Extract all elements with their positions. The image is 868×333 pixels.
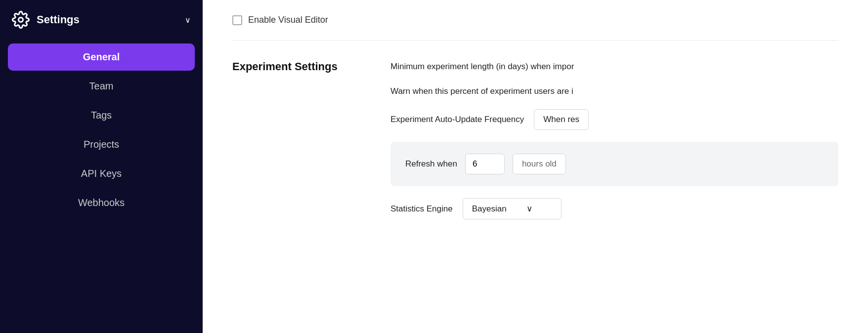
stats-chevron-icon: ∨ — [526, 204, 532, 214]
experiment-settings-label: Experiment Settings — [232, 60, 361, 73]
enable-visual-editor-label: Enable Visual Editor — [248, 15, 328, 25]
sidebar-item-api-keys[interactable]: API Keys — [8, 160, 195, 187]
warn-percent-description: Warn when this percent of experiment use… — [391, 85, 573, 98]
auto-update-label: Experiment Auto-Update Frequency — [391, 115, 524, 125]
chevron-down-icon[interactable]: ∨ — [185, 15, 191, 25]
min-experiment-description: Minimum experiment length (in days) when… — [391, 60, 574, 73]
statistics-engine-label: Statistics Engine — [391, 204, 453, 214]
statistics-engine-select[interactable]: Bayesian ∨ — [463, 198, 562, 219]
experiment-settings-fields: Minimum experiment length (in days) when… — [391, 60, 838, 219]
sidebar: Settings ∨ General Team Tags Projects AP… — [0, 0, 203, 333]
hours-old-badge: hours old — [513, 154, 566, 174]
enable-row: Enable Visual Editor — [232, 15, 838, 25]
sidebar-header: Settings ∨ — [0, 0, 203, 40]
statistics-engine-row: Statistics Engine Bayesian ∨ — [391, 198, 838, 219]
sidebar-item-general[interactable]: General — [8, 43, 195, 71]
refresh-label: Refresh when — [405, 159, 457, 169]
sidebar-title: Settings — [37, 13, 178, 26]
main-content: Enable Visual Editor Experiment Settings… — [203, 0, 868, 333]
sidebar-item-webhooks[interactable]: Webhooks — [8, 189, 195, 216]
sidebar-item-projects[interactable]: Projects — [8, 131, 195, 158]
sidebar-item-tags[interactable]: Tags — [8, 102, 195, 129]
min-experiment-row: Minimum experiment length (in days) when… — [391, 60, 838, 73]
auto-update-dropdown[interactable]: When res — [534, 109, 589, 130]
auto-update-row: Experiment Auto-Update Frequency When re… — [391, 109, 838, 130]
refresh-value-input[interactable] — [465, 154, 505, 174]
experiment-settings-section: Experiment Settings Minimum experiment l… — [232, 60, 838, 219]
enable-visual-editor-checkbox[interactable] — [232, 15, 242, 25]
sidebar-nav: General Team Tags Projects API Keys Webh… — [0, 40, 203, 220]
sidebar-item-team[interactable]: Team — [8, 73, 195, 100]
svg-point-0 — [19, 18, 23, 22]
top-section: Enable Visual Editor — [232, 15, 838, 41]
gear-icon — [12, 11, 30, 29]
refresh-box: Refresh when hours old — [391, 142, 838, 186]
warn-percent-row: Warn when this percent of experiment use… — [391, 85, 838, 98]
